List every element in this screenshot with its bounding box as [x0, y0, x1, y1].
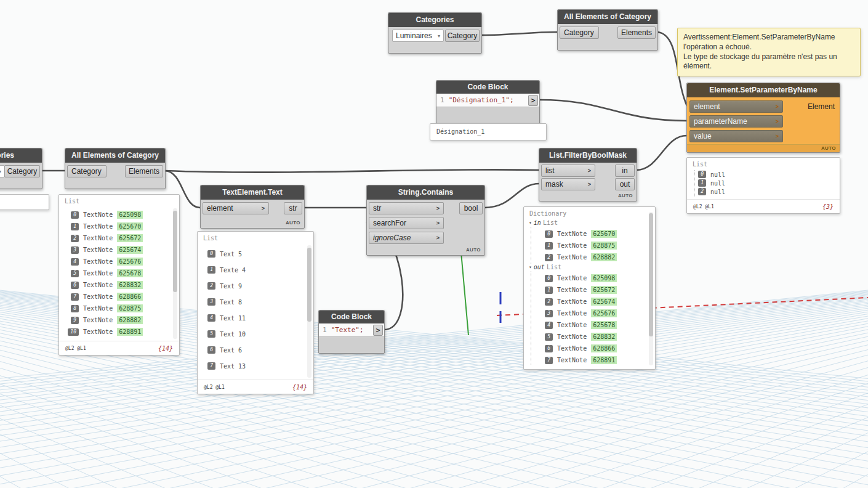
preview-left-list[interactable]: List 0 TextNote 625098 1 TextNote 625670… [58, 194, 180, 356]
node-text-element-text[interactable]: TextElement.Text element > str AUTO [200, 185, 305, 229]
item-id: 625674 [591, 298, 617, 306]
item-value: Texte 4 [220, 267, 246, 274]
node-filter-by-bool-mask[interactable]: List.FilterByBoolMask list > mask > in o… [539, 148, 637, 201]
node-title[interactable]: Code Block [436, 81, 539, 94]
preview-root-label: Dictionary [529, 210, 566, 217]
preview-set-param[interactable]: List 0 null 1 null 2 null @L2 @L1 {3} [686, 157, 840, 214]
port-arrow-icon: > [588, 168, 591, 174]
node-title[interactable]: List.FilterByBoolMask [539, 148, 637, 163]
code-text[interactable]: "Texte"; [331, 326, 364, 334]
port-out-code[interactable]: > [528, 95, 538, 106]
preview-rows: 0 TextNote 625098 1 TextNote 625672 2 Te… [544, 272, 643, 366]
collapse-icon[interactable]: ▾ [529, 264, 532, 270]
scrollbar[interactable] [307, 245, 311, 378]
wire-categories-to-allelements[interactable] [482, 32, 558, 35]
port-in-mask[interactable]: mask > [541, 178, 595, 190]
item-index: 10 [68, 328, 79, 336]
item-value: TextNote [557, 310, 587, 317]
port-out-in[interactable]: in [615, 165, 635, 177]
code-line[interactable]: 1 "Désignation_1"; > [436, 94, 539, 107]
list-item: 1 TextNote 625670 [65, 221, 168, 232]
node-categories-partial[interactable]: Categories Luminaires ▾ Category [0, 148, 42, 189]
port-out-elements[interactable]: Elements [617, 26, 656, 39]
port-out-element[interactable]: Element [808, 102, 835, 111]
node-title[interactable]: All Elements of Category [558, 10, 657, 24]
node-title[interactable]: Categories [0, 148, 42, 163]
item-index: 2 [71, 235, 79, 242]
port-out-str[interactable]: str [284, 202, 302, 214]
node-title[interactable]: All Elements of Category [65, 148, 165, 163]
item-value: Text 8 [220, 299, 242, 306]
port-in-element[interactable]: element > [203, 202, 269, 214]
preview-root-label: List [65, 198, 79, 205]
list-count: {3} [822, 203, 834, 210]
port-label: value [694, 132, 712, 140]
code-line[interactable]: 1 "Texte"; > [319, 323, 384, 337]
wire-codeblock-to-parametername[interactable] [540, 100, 687, 121]
port-out-category[interactable]: Category [4, 165, 40, 177]
node-title[interactable]: Categories [388, 13, 481, 27]
port-out-category[interactable]: Category [445, 30, 480, 42]
item-value: null [710, 180, 725, 187]
port-in-searchfor[interactable]: searchFor > [369, 217, 444, 229]
node-code-block-top[interactable]: Code Block 1 "Désignation_1"; > [436, 80, 540, 124]
node-title[interactable]: Element.SetParameterByName [687, 83, 840, 97]
code-text[interactable]: "Désignation_1"; [449, 96, 514, 104]
port-in-list[interactable]: list > [541, 165, 595, 177]
list-levels: @L2 @L1 [65, 346, 86, 351]
port-out-code[interactable]: > [373, 325, 383, 336]
port-in-parametername[interactable]: parameterName > [689, 115, 783, 128]
port-in-str[interactable]: str > [369, 202, 444, 214]
port-in-value[interactable]: value > [689, 130, 783, 142]
node-all-elements-left[interactable]: All Elements of Category Category Elemen… [65, 148, 166, 189]
port-in-category[interactable]: Category [560, 26, 599, 39]
preview-dictionary[interactable]: Dictionary ▾ in List 0 TextNote 625670 1… [523, 206, 656, 370]
node-string-contains[interactable]: String.Contains str > searchFor > ignore… [366, 185, 485, 256]
scrollbar[interactable] [649, 212, 653, 365]
scrollbar-thumb[interactable] [307, 248, 311, 322]
item-index: 1 [545, 287, 553, 294]
node-code-block-bottom[interactable]: Code Block 1 "Texte"; > [318, 310, 385, 354]
item-id: 625678 [117, 269, 143, 277]
wire-elements-to-filterlist[interactable] [164, 169, 539, 172]
preview-text-list[interactable]: List 0 Text 5 1 Texte 4 2 Text 9 3 Text … [197, 231, 314, 394]
list-item: 4 Text 11 [206, 310, 302, 326]
item-value: Text 10 [220, 331, 246, 338]
code-block-footer [319, 337, 384, 353]
port-in-element[interactable]: element > [689, 100, 783, 113]
port-in-category[interactable]: Category [67, 165, 106, 177]
item-index: 0 [207, 250, 215, 258]
node-title[interactable]: Code Block [319, 311, 384, 323]
scrollbar-thumb[interactable] [173, 211, 177, 292]
preview-footer: @L2 @L1 {14} [198, 380, 313, 394]
node-set-parameter-by-name[interactable]: Element.SetParameterByName element > par… [686, 83, 840, 153]
item-id: 625678 [591, 321, 617, 329]
item-id: 625676 [117, 258, 143, 266]
item-index: 0 [71, 211, 79, 219]
category-dropdown[interactable]: Luminaires ▾ [392, 30, 444, 42]
port-out-bool[interactable]: bool [459, 202, 483, 214]
item-id: 625672 [591, 286, 617, 294]
warning-text-2: Le type de stockage du paramètre n'est p… [683, 52, 854, 72]
code-block-footer [436, 107, 539, 123]
warning-tooltip: Avertissement:Element.SetParameterByName… [677, 28, 861, 76]
preview-code-block[interactable]: Désignation_1 [430, 123, 547, 140]
wire-bool-to-mask[interactable] [484, 184, 539, 208]
scrollbar-thumb[interactable] [649, 213, 653, 336]
node-categories[interactable]: Categories Luminaires ▾ Category [388, 12, 482, 54]
list-item: 2 null [697, 187, 831, 196]
node-title[interactable]: String.Contains [367, 185, 484, 200]
item-value: Text 6 [220, 347, 242, 354]
port-in-ignorecase[interactable]: ignoreCase > [369, 232, 444, 244]
node-title[interactable]: TextElement.Text [201, 185, 304, 200]
preview-bubble-partial[interactable] [0, 194, 49, 210]
node-all-elements-top[interactable]: All Elements of Category Category Elemen… [557, 9, 658, 51]
port-out-elements[interactable]: Elements [125, 165, 163, 177]
item-id: 625674 [117, 246, 143, 254]
port-out-out[interactable]: out [615, 178, 635, 190]
preview-root-label: List [693, 161, 707, 168]
collapse-icon[interactable]: ▾ [529, 220, 532, 226]
scrollbar[interactable] [173, 208, 177, 339]
wire-in-to-value[interactable] [636, 136, 687, 170]
port-label: element [694, 102, 720, 111]
